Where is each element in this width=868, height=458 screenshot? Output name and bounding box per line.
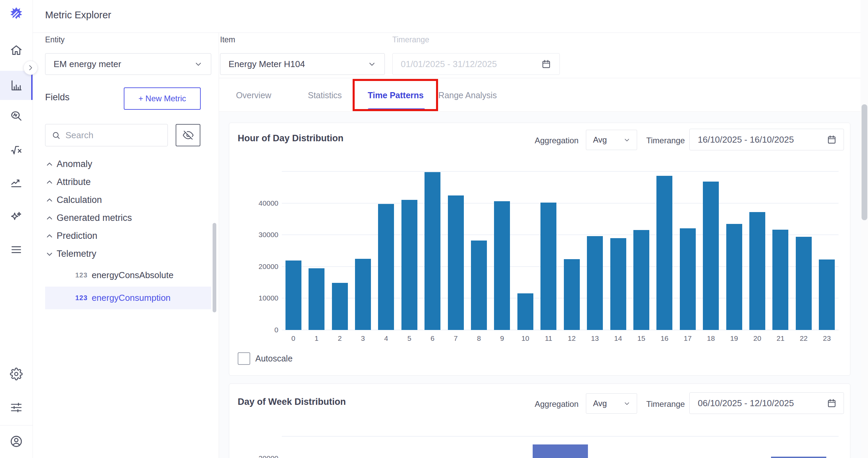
x-axis-tick-label: 5 (407, 334, 411, 342)
x-axis-tick-label: 23 (823, 334, 831, 342)
telemetry-item-energyConsumption[interactable]: 123energyConsumption (45, 287, 211, 309)
category-label: Attribute (57, 177, 91, 187)
nav-prediction-trend[interactable] (0, 168, 33, 197)
y-axis-tick-label: 40000 (238, 199, 278, 207)
day-of-week-plot: 20000 (229, 384, 850, 458)
category-row-anomaly[interactable]: Anomaly (45, 155, 211, 173)
nav-settings[interactable] (0, 359, 33, 389)
x-axis-tick-label: 11 (545, 334, 552, 342)
new-metric-button[interactable]: + New Metric (124, 87, 201, 110)
week-bar-Sun (771, 457, 826, 458)
page-scrollbar-thumb[interactable] (862, 104, 867, 220)
number-field-icon: 123 (75, 294, 87, 302)
hour-bar-12 (564, 259, 580, 330)
item-select-value: Energy Meter H104 (229, 59, 368, 69)
entity-select[interactable]: EM energy meter (45, 53, 211, 75)
sliders-icon (10, 401, 23, 414)
hour-bar-4 (378, 204, 394, 330)
tab-range-analysis[interactable]: Range Analysis (438, 78, 497, 112)
telemetry-item-label: energyConsAbsolute (92, 270, 173, 280)
menu-icon (10, 243, 23, 256)
hour-bar-13 (587, 236, 603, 330)
header-divider (0, 33, 868, 33)
fields-search[interactable] (45, 124, 168, 146)
home-icon (10, 44, 23, 57)
sidebar-expand-button[interactable] (23, 61, 38, 75)
x-axis-tick-label: 21 (776, 334, 784, 342)
chevron-down-icon (368, 60, 376, 68)
hour-bar-5 (401, 200, 417, 330)
hour-bar-10 (517, 293, 533, 330)
category-row-calculation[interactable]: Calculation (45, 191, 211, 209)
hour-bar-6 (425, 172, 440, 330)
fields-panel-title: Fields (45, 92, 70, 103)
hour-bar-17 (680, 228, 696, 330)
fields-panel-scrollbar-thumb[interactable] (213, 223, 216, 312)
gridline-50000 (282, 171, 839, 172)
entity-select-value: EM energy meter (54, 59, 194, 69)
y-axis-tick-label: 0 (238, 326, 278, 334)
autoscale-checkbox[interactable] (238, 352, 250, 365)
autoscale-control[interactable]: Autoscale (238, 352, 293, 365)
entity-label: Entity (45, 35, 65, 44)
x-axis-tick-label: 4 (384, 334, 388, 342)
hour-bar-11 (540, 203, 556, 330)
search-icon (52, 131, 61, 140)
category-row-generated-metrics[interactable]: Generated metrics (45, 209, 211, 227)
autoscale-label: Autoscale (255, 354, 293, 363)
gridline-30000 (282, 436, 839, 437)
anomaly-search-icon (10, 110, 23, 123)
number-field-icon: 123 (75, 271, 87, 279)
x-axis-tick-label: 12 (568, 334, 576, 342)
chevron-right-icon (27, 64, 34, 71)
x-axis-tick-label: 9 (500, 334, 504, 342)
hour-bar-21 (772, 230, 788, 330)
nav-menu[interactable] (0, 235, 33, 264)
hour-bar-3 (355, 259, 371, 330)
x-axis-tick-label: 13 (591, 334, 599, 342)
chevron-up-icon (45, 214, 54, 223)
bar-chart-icon (9, 79, 23, 92)
tab-statistics[interactable]: Statistics (308, 78, 342, 112)
fields-search-input[interactable] (65, 130, 161, 141)
category-label: Generated metrics (57, 213, 132, 223)
chevron-up-icon (45, 160, 54, 169)
x-axis-tick-label: 2 (338, 334, 342, 342)
week-bar-Thu (533, 444, 588, 458)
tab-overview[interactable]: Overview (236, 78, 271, 112)
nav-home[interactable] (0, 36, 33, 65)
x-axis-tick-label: 19 (730, 334, 738, 342)
gridline-40000 (282, 203, 839, 204)
item-select[interactable]: Energy Meter H104 (220, 53, 385, 75)
toggle-hidden-fields-button[interactable] (176, 124, 200, 146)
timerange-value: 01/01/2025 - 31/12/2025 (401, 59, 541, 69)
x-axis-tick-label: 8 (477, 334, 481, 342)
nav-profile[interactable] (0, 427, 33, 456)
nav-anomaly-search[interactable] (0, 102, 33, 131)
chevron-up-icon (45, 232, 54, 241)
app-logo (7, 5, 25, 23)
sqrt-formula-icon (10, 144, 23, 157)
hour-bar-19 (726, 224, 742, 330)
telemetry-item-energyConsAbsolute[interactable]: 123energyConsAbsolute (45, 264, 211, 287)
nav-calculation[interactable] (0, 136, 33, 165)
eye-off-icon (183, 130, 194, 141)
annotation-red-box (353, 79, 438, 111)
hour-bar-0 (285, 261, 301, 330)
x-axis-tick-label: 6 (431, 334, 435, 342)
user-icon (9, 435, 23, 448)
category-row-prediction[interactable]: Prediction (45, 227, 211, 245)
day-of-week-card: Day of Week Distribution Aggregation Avg… (229, 383, 850, 458)
nav-ai-assist[interactable] (0, 202, 33, 231)
hour-of-day-plot: 0100002000030000400000123456789101112131… (229, 123, 850, 375)
hour-bar-20 (749, 212, 765, 330)
timerange-input-disabled: 01/01/2025 - 31/12/2025 (392, 53, 560, 75)
y-axis-tick-label-partial: 20000 (238, 454, 278, 458)
category-row-telemetry[interactable]: Telemetry (45, 245, 211, 263)
nav-metric-explorer[interactable] (0, 71, 33, 100)
x-axis-tick-label: 17 (684, 334, 692, 342)
hour-bar-18 (703, 182, 719, 330)
category-row-attribute[interactable]: Attribute (45, 173, 211, 191)
hour-bar-14 (610, 238, 626, 330)
nav-preferences[interactable] (0, 393, 33, 422)
